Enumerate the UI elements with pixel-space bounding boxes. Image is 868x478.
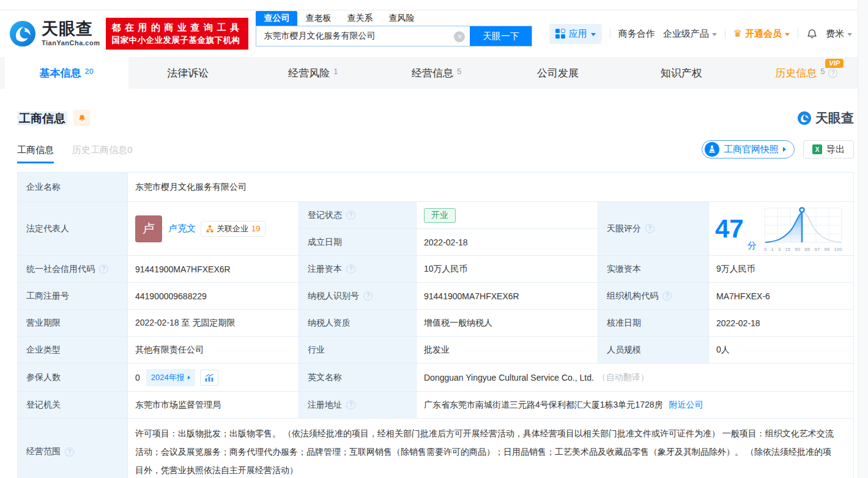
business-info-table: 企业名称 东莞市樱月文化服务有限公司 法定代表人 卢 卢克文 关联企业 19 登… <box>17 172 854 478</box>
header: 天眼查 TianYanCha.com 都在用的商业查询工具 国家中小企业发展子基… <box>0 10 868 57</box>
info-value: 增值税一般纳税人 <box>417 310 598 336</box>
business-cooperation-link[interactable]: 商务合作 <box>618 28 655 40</box>
subscribe-bell-icon[interactable] <box>73 110 90 126</box>
enterprise-products-menu[interactable]: 企业级产品 <box>663 28 717 40</box>
legal-rep-link[interactable]: 卢克文 <box>168 223 196 234</box>
main-tab[interactable]: VIP 基本信息 20 <box>5 57 128 89</box>
score-distribution-chart: 0 1 3 15 50 85 97 99 <box>764 206 842 252</box>
info-label: 实缴资本 <box>598 256 709 282</box>
related-count: 19 <box>251 224 260 233</box>
main-tab[interactable]: VIP 经营信息 5 <box>375 57 499 89</box>
business-info-subtab[interactable]: 历史工商信息0 <box>72 144 132 163</box>
info-label: 企业名称 <box>18 173 128 201</box>
search-input[interactable] <box>256 26 470 46</box>
tianyancha-logo[interactable]: 天眼查 TianYanCha.com <box>9 20 100 48</box>
open-vip-menu[interactable]: ♛ 开通会员 <box>733 28 790 40</box>
help-icon[interactable] <box>828 69 837 78</box>
search-tab[interactable]: 查风险 <box>380 11 422 26</box>
info-label: 成立日期 <box>299 229 417 255</box>
export-button[interactable]: 导出 <box>803 140 854 159</box>
page-top-divider <box>0 0 868 10</box>
info-value: 9万人民币 <box>709 256 853 282</box>
info-label: 行业 <box>299 337 417 363</box>
axis-tick: 15 <box>785 247 790 252</box>
official-snapshot-button[interactable]: 工商官网快照 <box>702 140 795 159</box>
table-row: 营业期限 2022-02-18 至 无固定期限 纳税人资质 增值税一般纳税人 核… <box>18 310 853 337</box>
table-row-scope: 经营范围 许可项目：出版物批发；出版物零售。 （依法须经批准的项目，经相关部门批… <box>18 419 853 478</box>
vip-badge: VIP <box>825 59 844 68</box>
info-value: 10万人民币 <box>417 256 598 282</box>
info-label: 天眼评分 <box>598 202 709 255</box>
business-info-subtab[interactable]: 工商信息 <box>17 144 54 163</box>
info-value: 91441900MA7HFXEX6R <box>417 283 598 309</box>
axis-tick: 100 <box>834 247 842 252</box>
info-label: 注册地址 <box>299 392 417 418</box>
help-icon[interactable] <box>346 264 355 274</box>
help-icon[interactable] <box>363 291 373 301</box>
org-chart-icon <box>206 225 213 233</box>
info-label: 法定代表人 <box>18 202 128 255</box>
registry-value: 东莞市市场监督管理局 <box>128 392 299 418</box>
user-menu[interactable]: 费米 <box>826 28 852 40</box>
section-head: 工商信息 天眼查 <box>17 109 854 127</box>
section-title: 工商信息 <box>17 111 67 125</box>
auto-translate-note: （自动翻译） <box>598 372 649 383</box>
related-companies-button[interactable]: 关联企业 19 <box>201 221 265 237</box>
insured-trend-button[interactable] <box>200 370 218 386</box>
info-label: 组织机构代码 <box>598 283 709 309</box>
divider <box>725 29 725 39</box>
score-value: 47 <box>715 216 744 242</box>
axis-tick: 97 <box>814 247 820 252</box>
divider <box>610 29 610 39</box>
company-section-tabs: VIP 基本信息 20 VIP 法律诉讼 VIP 经营风险 1 VIP 经营信息… <box>0 57 868 89</box>
table-row-registry: 登记机关 东莞市市场监督管理局 注册地址 广东省东莞市南城街道三元路4号保利都汇… <box>18 392 853 419</box>
main-tab[interactable]: VIP 法律诉讼 <box>128 57 252 89</box>
table-row-company-name: 企业名称 东莞市樱月文化服务有限公司 <box>18 173 853 202</box>
brand-domain: TianYanCha.com <box>42 39 100 47</box>
info-label: 参保人数 <box>18 364 128 391</box>
axis-tick: 50 <box>795 247 800 252</box>
axis-tick: 1 <box>771 247 773 252</box>
divider <box>798 29 798 39</box>
info-label: 英文名称 <box>299 364 417 391</box>
axis-tick: 3 <box>778 247 781 252</box>
info-value: MA7HFXEX-6 <box>709 283 853 309</box>
table-row: 企业类型 其他有限责任公司 行业 批发业 人员规模 0人 <box>18 337 853 364</box>
annual-report-badge[interactable]: 2024年报 <box>146 369 195 386</box>
notification-bell-icon[interactable] <box>806 28 818 40</box>
info-label: 工商注册号 <box>18 283 128 309</box>
help-icon[interactable] <box>99 264 108 274</box>
nearby-companies-link[interactable]: 附近公司 <box>669 400 703 411</box>
tab-count: 5 <box>820 67 825 76</box>
company-name-value: 东莞市樱月文化服务有限公司 <box>128 173 853 201</box>
info-value: 0人 <box>709 337 853 363</box>
info-value: 2022-02-18 至 无固定期限 <box>128 310 299 336</box>
business-scope-value: 许可项目：出版物批发；出版物零售。 （依法须经批准的项目，经相关部门批准后方可开… <box>128 419 853 478</box>
help-icon[interactable] <box>346 211 355 220</box>
info-value: 其他有限责任公司 <box>128 337 299 363</box>
main-tab[interactable]: VIP 公司发展 <box>498 57 621 89</box>
help-icon[interactable] <box>346 400 355 409</box>
axis-tick: 85 <box>804 247 810 252</box>
info-value: 2022-02-18 <box>709 310 853 336</box>
main-tab[interactable]: VIP 历史信息 5 <box>744 57 868 89</box>
chevron-down-icon <box>712 33 717 36</box>
crown-icon: ♛ <box>733 29 742 39</box>
search-tab[interactable]: 查公司 <box>256 11 297 26</box>
search-tab[interactable]: 查老板 <box>297 11 339 26</box>
search-tab[interactable]: 查关系 <box>339 11 380 26</box>
main-tab[interactable]: VIP 经营风险 1 <box>251 57 375 89</box>
search-box: 天眼一下 <box>256 26 532 47</box>
main-tab[interactable]: VIP 知识产权 <box>621 57 745 89</box>
help-icon[interactable] <box>662 291 672 301</box>
apps-menu[interactable]: 应用 <box>549 24 602 44</box>
info-value: 批发业 <box>417 337 598 363</box>
info-label: 人员规模 <box>598 337 709 363</box>
reg-status-cell: 开业 <box>417 202 598 228</box>
search-button[interactable]: 天眼一下 <box>470 26 532 46</box>
help-icon[interactable] <box>645 224 655 233</box>
tab-count: 5 <box>457 67 461 76</box>
scrollbar[interactable] <box>858 0 868 478</box>
avatar[interactable]: 卢 <box>135 215 162 242</box>
help-icon[interactable] <box>65 447 74 457</box>
